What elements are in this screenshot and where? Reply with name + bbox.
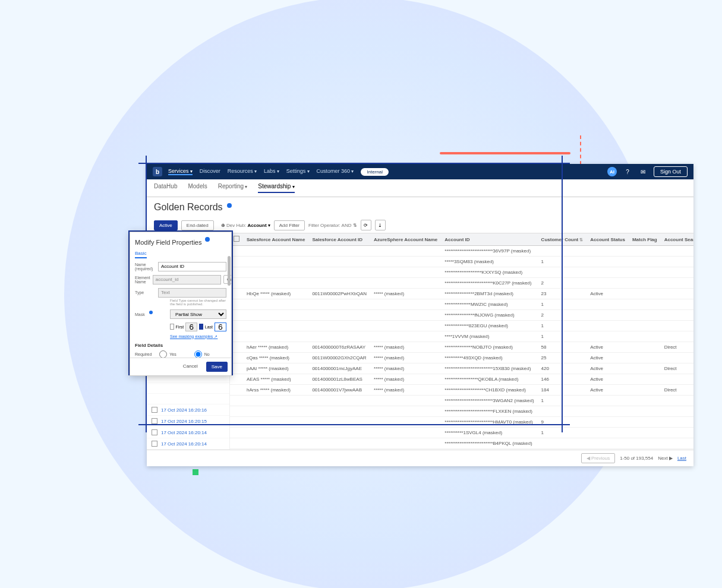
modify-field-modal: Modify Field Properties Basic Name (requ… [130, 232, 232, 376]
timestamp-label: 17 Oct 2024 16:20:14 [161, 441, 207, 447]
next-button[interactable]: Next ▶ [658, 456, 673, 461]
table-row[interactable]: *****3SQM83 (masked)1 [230, 257, 693, 267]
col-header[interactable]: Salesforce Account Name [243, 233, 308, 246]
help-icon[interactable]: ? [623, 167, 632, 176]
col-header[interactable]: AzureSphere Account Name [370, 233, 441, 246]
sub-nav: DataHubModelsReportingStewardship [147, 179, 693, 197]
list-item[interactable]: 17 Oct 2024 16:20:14 [147, 427, 229, 438]
info-icon[interactable] [227, 203, 232, 208]
decoration-green-square [193, 469, 198, 475]
decoration-line-top [440, 152, 570, 154]
refresh-icon[interactable]: ⟳ [361, 220, 371, 230]
prev-button: ◀ Previous [581, 453, 615, 463]
mask-label: Mask [135, 311, 168, 317]
table-row[interactable]: ****************fNJOWG (masked)2 [230, 310, 693, 321]
last-checkbox[interactable] [199, 324, 203, 330]
enddated-filter-button[interactable]: End-dated [181, 220, 214, 230]
table-row[interactable]: **************************FLXKEN (masked… [230, 406, 693, 417]
toolbar: Active End-dated ⊕ Dev Hub: Account ▾ Ad… [147, 217, 693, 233]
nav-customer-360[interactable]: Customer 360 [317, 168, 354, 175]
col-header[interactable]: Account ID [441, 233, 537, 246]
brand-logo[interactable]: b [153, 167, 162, 176]
table-row[interactable]: cQas ***** (masked)0011W00002GXh2CQAR***… [230, 353, 693, 363]
nav-settings[interactable]: Settings [286, 168, 310, 175]
list-item[interactable]: 17 Oct 2024 16:20:16 [147, 404, 229, 416]
golden-records-table: Salesforce Account NameSalesforce Accoun… [230, 233, 693, 449]
mask-select[interactable]: Partial Show [170, 309, 226, 319]
table-row[interactable]: *************823EGU (masked)1 [230, 321, 693, 331]
first-checkbox[interactable] [170, 324, 174, 330]
nav-resources[interactable]: Resources [228, 168, 257, 175]
tab-reporting[interactable]: Reporting [218, 183, 248, 193]
table-row[interactable]: **************************HMAVT0 (masked… [230, 417, 693, 428]
pager: ◀ Previous 1-50 of 193,554 Next ▶ Last [147, 450, 693, 466]
timestamp-label: 17 Oct 2024 16:20:14 [161, 430, 207, 435]
tab-basic[interactable]: Basic [135, 251, 147, 258]
scrollbar-thumb[interactable] [228, 256, 231, 286]
col-header[interactable]: Account Status [587, 233, 629, 246]
table-row[interactable]: pAAI ***** (masked)0014000001mcJgyAAE***… [230, 363, 693, 374]
tab-datahub[interactable]: DataHub [154, 183, 177, 193]
active-filter-button[interactable]: Active [154, 220, 178, 230]
table-row[interactable]: hAer ***** (masked)0014000000T6zRASAAY**… [230, 342, 693, 353]
select-all-checkbox[interactable] [234, 236, 239, 242]
page-header: Golden Records [147, 197, 693, 217]
signout-button[interactable]: Sign Out [654, 166, 688, 177]
table-row[interactable]: ****1VVVM (masked)1 [230, 331, 693, 342]
last-num-input[interactable] [215, 323, 226, 331]
nav-discover[interactable]: Discover [200, 168, 220, 175]
row-checkbox[interactable] [152, 418, 157, 424]
table-row[interactable]: **************************36V97P (masked… [230, 246, 693, 257]
col-header[interactable]: Customer Count [538, 233, 587, 246]
save-button[interactable]: Save [206, 362, 228, 372]
list-item[interactable]: 17 Oct 2024 16:20:15 [147, 416, 229, 427]
first-num-input[interactable] [185, 323, 197, 331]
timestamp-label: 17 Oct 2024 16:20:16 [161, 407, 207, 413]
page-title: Golden Records [154, 202, 223, 213]
main-nav: ServicesDiscoverResourcesLabsSettingsCus… [168, 168, 361, 175]
mail-icon[interactable]: ✉ [638, 167, 648, 176]
add-filter-button[interactable]: Add Filter [274, 220, 305, 230]
col-header[interactable]: Match Flag [629, 233, 661, 246]
table-row[interactable]: hArss ***** (masked)0014000001V7jwwAAB**… [230, 385, 693, 396]
modal-title: Modify Field Properties [130, 232, 231, 251]
nav-services[interactable]: Services [168, 168, 193, 175]
type-field [158, 288, 226, 298]
element-name-field [153, 275, 221, 284]
table-row[interactable]: HbQe ***** (masked)0011W00002PwHXbQAN***… [230, 289, 693, 299]
topbar: b ServicesDiscoverResourcesLabsSettingsC… [147, 164, 693, 179]
last-button[interactable]: Last [677, 456, 686, 461]
table-row[interactable]: **************************K0C27P (masked… [230, 278, 693, 289]
info-icon[interactable] [205, 237, 210, 242]
masking-examples-link[interactable]: See masking examples ↗ [170, 334, 217, 339]
required-no-radio[interactable] [194, 350, 202, 358]
page-range: 1-50 of 193,554 [620, 456, 653, 461]
table-row[interactable]: ********************KXXYSQ (masked) [230, 267, 693, 278]
env-pill: Internal [361, 168, 389, 176]
table-row[interactable]: **********1SVGL4 (masked)1 [230, 428, 693, 438]
row-checkbox[interactable] [152, 429, 157, 435]
table-row[interactable]: **************************3WGAN2 (masked… [230, 396, 693, 406]
nav-labs[interactable]: Labs [264, 168, 279, 175]
table-row[interactable]: **************************B4PKQL (masked… [230, 438, 693, 449]
download-icon[interactable]: ⤓ [375, 220, 386, 230]
tab-models[interactable]: Models [188, 183, 207, 193]
required-yes-radio[interactable] [159, 350, 167, 358]
col-header[interactable]: Account Search [661, 233, 693, 246]
cancel-button[interactable]: Cancel [178, 362, 203, 372]
list-item[interactable]: 17 Oct 2024 16:20:14 [147, 438, 229, 450]
col-header[interactable] [230, 233, 243, 246]
col-header[interactable]: Salesforce Account ID [308, 233, 370, 246]
name-field[interactable] [158, 262, 226, 271]
row-checkbox[interactable] [152, 441, 157, 447]
tab-stewardship[interactable]: Stewardship [258, 183, 294, 193]
ai-badge[interactable]: AI [607, 167, 617, 176]
timestamp-label: 17 Oct 2024 16:20:15 [161, 419, 207, 424]
table-row[interactable]: **************MWZIC (masked)1 [230, 299, 693, 310]
row-checkbox[interactable] [152, 407, 157, 413]
table-row[interactable]: AEAS ***** (masked)0014000001zL8wBEAS***… [230, 374, 693, 385]
